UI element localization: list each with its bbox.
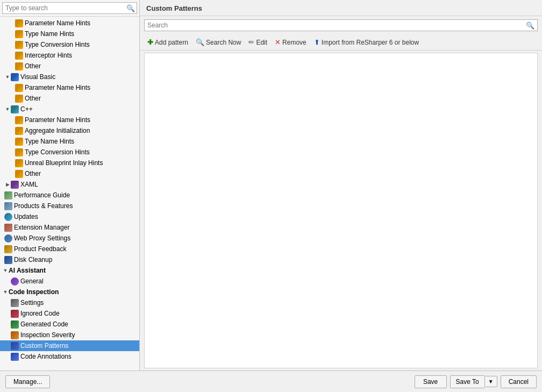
wrench-orange-icon (15, 148, 23, 156)
tree-item-ext-manager[interactable]: Extension Manager (0, 222, 139, 233)
tree-item-param-name-hints-cpp[interactable]: Parameter Name Hints (0, 115, 139, 125)
bottom-bar: Manage... Save Save To ▼ Cancel (0, 370, 542, 392)
collapse-arrow-icon: ▼ (2, 288, 9, 296)
wrench-orange-icon (15, 41, 23, 49)
tree-item-ignored-code[interactable]: Ignored Code (0, 308, 139, 319)
manage-button[interactable]: Manage... (5, 375, 50, 388)
save-button[interactable]: Save (415, 375, 447, 388)
tree-item-aggregate-init[interactable]: Aggregate Initialization (0, 125, 139, 136)
tree-item-product-feedback[interactable]: Product Feedback (0, 244, 139, 254)
tree-item-web-proxy[interactable]: Web Proxy Settings (0, 233, 139, 244)
tree-item-type-conv-hints-1[interactable]: Type Conversion Hints (0, 39, 139, 50)
import-icon: ⬆ (314, 38, 320, 46)
annotations-icon (11, 353, 19, 361)
edit-button[interactable]: ✏ Edit (245, 37, 270, 48)
save-to-dropdown-button[interactable]: ▼ (484, 376, 497, 387)
tree-item-cpp[interactable]: ▼ C++ (0, 104, 139, 115)
tree-item-unreal-blueprint[interactable]: Unreal Blueprint Inlay Hints (0, 158, 139, 168)
wrench-orange-icon (15, 30, 23, 38)
tree-item-other-1[interactable]: Other (0, 61, 139, 72)
right-panel: Custom Patterns 🔍 ✚ Add pattern 🔍 Search… (140, 0, 542, 370)
search-box-area: 🔍 (0, 0, 139, 17)
tree-item-label: Aggregate Initialization (25, 127, 90, 134)
tree-search-input[interactable] (2, 2, 137, 14)
tree-item-general-ai[interactable]: General (0, 276, 139, 287)
cube-teal-icon (11, 105, 19, 113)
tree-search-icon: 🔍 (126, 4, 135, 12)
tree-item-ai-assistant[interactable]: ▼ AI Assistant (0, 265, 139, 276)
cleanup-icon (4, 256, 12, 264)
tree-item-products-features[interactable]: Products & Features (0, 201, 139, 211)
tree-item-label: Updates (14, 213, 38, 220)
tree-item-other-vb[interactable]: Other (0, 93, 139, 104)
save-to-button[interactable]: Save To (450, 375, 484, 388)
tree-item-type-name-hints-1[interactable]: Type Name Hints (0, 28, 139, 39)
wrench-orange-icon (15, 116, 23, 124)
wrench-orange-icon (15, 19, 23, 27)
tree-item-generated-code[interactable]: Generated Code (0, 319, 139, 330)
tree-item-perf-guide[interactable]: Performance Guide (0, 190, 139, 201)
tree-item-label: Disk Cleanup (14, 256, 52, 263)
cube-blue-icon (11, 73, 19, 81)
tree-item-xaml[interactable]: ▶ XAML (0, 179, 139, 190)
tree-item-label: Type Conversion Hints (25, 41, 90, 48)
tree-item-type-conv-hints-cpp[interactable]: Type Conversion Hints (0, 147, 139, 158)
search-now-icon: 🔍 (196, 38, 204, 46)
tree-item-label: Parameter Name Hints (25, 84, 90, 91)
wrench-red-icon (4, 224, 12, 232)
tree-item-label: Inspection Severity (20, 331, 75, 339)
search-now-button[interactable]: 🔍 Search Now (192, 37, 244, 48)
tree-item-param-name-hints-1[interactable]: Parameter Name Hints (0, 18, 139, 28)
tree-item-label: Parameter Name Hints (25, 116, 90, 124)
pattern-toolbar: ✚ Add pattern 🔍 Search Now ✏ Edit ✕ Remo… (140, 34, 542, 51)
tree-item-settings-ci[interactable]: Settings (0, 297, 139, 308)
tree-item-visual-basic[interactable]: ▼ Visual Basic (0, 72, 139, 82)
tree-item-interceptor-hints[interactable]: Interceptor Hints (0, 50, 139, 61)
wrench-orange-icon (15, 95, 23, 103)
tree-item-label: Generated Code (20, 320, 68, 328)
cube-purple-icon (11, 181, 19, 189)
tree-item-label: Code Annotations (20, 353, 72, 360)
wrench-orange-icon (15, 52, 23, 60)
settings-icon (11, 299, 19, 307)
tree-item-label: Product Feedback (14, 245, 66, 253)
remove-button[interactable]: ✕ Remove (272, 37, 310, 48)
generated-code-icon (11, 320, 19, 329)
tree-item-updates[interactable]: Updates (0, 211, 139, 222)
tree-item-label: Other (25, 95, 41, 102)
wrench-orange-icon (15, 170, 23, 178)
bottom-left: Manage... (5, 375, 415, 388)
mail-icon (4, 245, 12, 253)
panel-search-area: 🔍 (140, 16, 542, 34)
save-to-group: Save To ▼ (450, 375, 497, 388)
add-pattern-button[interactable]: ✚ Add pattern (144, 37, 191, 48)
tree-item-other-cpp[interactable]: Other (0, 168, 139, 179)
panel-title: Custom Patterns (140, 0, 542, 16)
tree-item-disk-cleanup[interactable]: Disk Cleanup (0, 254, 139, 265)
tree-item-label: Products & Features (14, 202, 73, 210)
collapse-arrow-icon: ▶ (4, 180, 11, 189)
tree-item-label: XAML (20, 181, 38, 188)
tree-item-inspection-severity[interactable]: Inspection Severity (0, 330, 139, 340)
plus-icon: ✚ (147, 38, 153, 46)
patterns-content-area (144, 53, 538, 368)
collapse-arrow-icon: ▼ (4, 73, 11, 81)
tree-item-label: C++ (20, 105, 33, 113)
products-icon (4, 202, 12, 210)
wrench-orange-icon (15, 138, 23, 146)
panel-search-input[interactable] (144, 19, 538, 31)
severity-icon (11, 331, 19, 339)
tree-item-code-inspection[interactable]: ▼ Code Inspection (0, 287, 139, 297)
tree-item-label: Other (25, 170, 41, 177)
cancel-button[interactable]: Cancel (501, 375, 537, 388)
tree-item-param-name-hints-vb[interactable]: Parameter Name Hints (0, 82, 139, 93)
tree-item-code-annotations[interactable]: Code Annotations (0, 351, 139, 362)
tree-item-label: Type Name Hints (25, 138, 74, 145)
wrench-orange-icon (15, 84, 23, 92)
settings-tree[interactable]: Parameter Name Hints Type Name Hints Typ… (0, 17, 139, 370)
tree-item-custom-patterns[interactable]: Custom Patterns (0, 340, 139, 351)
tree-item-type-name-hints-cpp[interactable]: Type Name Hints (0, 136, 139, 147)
pencil-icon: ✏ (248, 38, 254, 46)
import-button[interactable]: ⬆ Import from ReSharper 6 or below (311, 37, 422, 48)
bottom-right: Save Save To ▼ Cancel (415, 375, 537, 388)
